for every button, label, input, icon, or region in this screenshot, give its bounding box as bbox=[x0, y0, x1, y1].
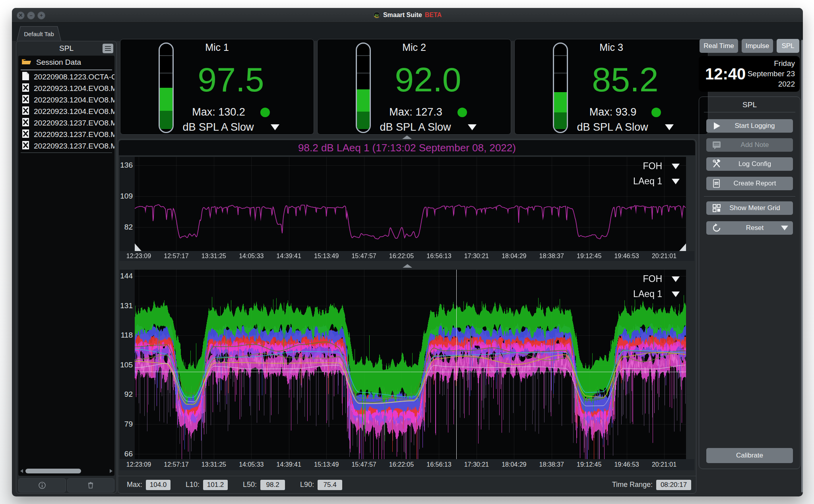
horizontal-scrollbar[interactable] bbox=[20, 468, 113, 474]
create-report-button[interactable]: PDFCreate Report bbox=[706, 177, 793, 190]
session-folder-row[interactable]: Session Data bbox=[18, 56, 114, 69]
time-range: Time Range: 08:20:17 bbox=[612, 476, 691, 493]
list-item[interactable]: 20220923.1237.EVO8.Mi bbox=[18, 129, 114, 140]
hamburger-menu-icon[interactable] bbox=[103, 44, 113, 53]
document-x-icon bbox=[22, 106, 29, 117]
file-name: 20220923.1204.EVO8.Mi bbox=[34, 84, 114, 93]
y-tick-label: 66 bbox=[124, 450, 133, 458]
start-logging-button[interactable]: Start Logging bbox=[706, 119, 793, 133]
x-tick-label: 18:04:29 bbox=[502, 461, 526, 468]
mode-button-real-time[interactable]: Real Time bbox=[700, 39, 738, 53]
chart1-metric-dropdown[interactable]: LAeq 1 bbox=[633, 176, 680, 187]
x-tick-label: 16:22:05 bbox=[389, 461, 414, 468]
x-tick-label: 19:46:53 bbox=[614, 253, 639, 260]
x-tick-label: 16:56:13 bbox=[426, 461, 451, 468]
chart2-metric-dropdown[interactable]: LAeq 1 bbox=[633, 289, 680, 299]
divider bbox=[704, 196, 795, 197]
document-icon bbox=[22, 71, 29, 82]
file-name: 20220923.1204.EVO8.Mi bbox=[34, 107, 114, 116]
x-tick-label: 12:23:09 bbox=[126, 461, 151, 468]
delete-button[interactable] bbox=[67, 478, 115, 492]
status-led bbox=[260, 108, 270, 117]
list-item[interactable]: 20220923.1204.EVO8.Mi bbox=[18, 106, 114, 117]
scroll-right-icon[interactable] bbox=[110, 469, 112, 473]
chart1-source-dropdown[interactable]: FOH bbox=[643, 161, 680, 172]
divider bbox=[704, 112, 795, 112]
meter-mode-dropdown[interactable]: dB SPL A Slow bbox=[543, 121, 708, 133]
meter-mode-dropdown[interactable]: dB SPL A Slow bbox=[148, 121, 314, 133]
folder-label: Session Data bbox=[36, 58, 81, 67]
document-x-icon bbox=[22, 83, 29, 94]
stat-value: 75.4 bbox=[318, 480, 342, 490]
y-tick-label: 118 bbox=[121, 331, 133, 340]
show-meter-grid-button[interactable]: Show Meter Grid bbox=[706, 201, 793, 215]
tab-label: Default Tab bbox=[17, 27, 61, 41]
spl-value: 92.0 bbox=[345, 60, 511, 99]
x-tick-label: 13:31:25 bbox=[202, 253, 226, 260]
svg-text:SV: SV bbox=[375, 14, 379, 17]
chart2-plot[interactable]: FOH LAeq 1 bbox=[135, 270, 686, 459]
spl-control-group: SPL Start LoggingAdd NoteLog ConfigPDFCr… bbox=[699, 97, 800, 469]
mic-title: Mic 1 bbox=[120, 42, 314, 53]
document-x-icon bbox=[22, 118, 29, 128]
beta-badge: BETA bbox=[425, 12, 442, 19]
time-range-value: 08:20:17 bbox=[656, 480, 691, 490]
meter-mode-dropdown[interactable]: dB SPL A Slow bbox=[345, 121, 511, 133]
chart-area-panel: 98.2 dB LAeq 1 (17:13:02 September 08, 2… bbox=[118, 139, 696, 494]
scroll-left-icon[interactable] bbox=[20, 469, 23, 473]
chevron-down-icon bbox=[271, 124, 279, 130]
max-value-row: Max: 130.2 bbox=[148, 106, 314, 118]
list-item[interactable]: 20220923.1237.EVO8.Mi bbox=[18, 117, 114, 129]
x-tick-label: 18:38:37 bbox=[539, 253, 564, 260]
list-item[interactable]: 20220923.1237.EVO8.Mi bbox=[18, 140, 114, 152]
log-config-button[interactable]: Log Config bbox=[706, 157, 793, 171]
app-window: ✕ – + SV Smaart Suite BETA Default Tab S… bbox=[12, 8, 803, 496]
x-tick-label: 20:21:01 bbox=[652, 253, 676, 260]
x-tick-label: 12:57:17 bbox=[164, 461, 188, 468]
scrollbar-thumb[interactable] bbox=[25, 469, 81, 473]
chart1-plot[interactable]: FOH LAeq 1 bbox=[135, 157, 686, 251]
tab-default[interactable]: Default Tab bbox=[17, 26, 61, 41]
status-led bbox=[651, 108, 661, 117]
info-button[interactable] bbox=[18, 478, 66, 492]
panel-resize-handle-top[interactable] bbox=[402, 135, 412, 139]
chart-bottom-block: 144131118105927966 FOH LAeq 1 12:23:0912… bbox=[120, 270, 694, 470]
x-tick-label: 12:23:09 bbox=[126, 253, 151, 260]
list-item[interactable]: 20220923.1204.EVO8.Mi bbox=[18, 94, 114, 106]
mode-button-impulse[interactable]: Impulse bbox=[742, 39, 773, 53]
x-tick-label: 18:38:37 bbox=[539, 461, 564, 468]
trash-icon bbox=[87, 481, 95, 489]
x-tick-label: 20:21:01 bbox=[652, 461, 676, 468]
y-tick-label: 79 bbox=[124, 420, 133, 429]
chart-top-block: 13610982 FOH LAeq 1 12:23:0912:57:1713:3… bbox=[120, 157, 694, 261]
mode-buttons: Real TimeImpulseSPL bbox=[700, 39, 800, 53]
add-note-button[interactable]: Add Note bbox=[706, 138, 793, 152]
stat-item: L10:101.2 bbox=[186, 480, 228, 490]
sidebar-title: SPL bbox=[16, 44, 116, 53]
chart2-x-axis: 12:23:0912:57:1713:31:2514:05:3314:39:41… bbox=[120, 459, 694, 470]
y-tick-label: 144 bbox=[120, 272, 133, 280]
y-tick-label: 105 bbox=[120, 361, 133, 369]
stat-value: 98.2 bbox=[260, 480, 285, 490]
y-tick-label: 82 bbox=[124, 223, 133, 232]
x-tick-label: 18:04:29 bbox=[502, 253, 526, 260]
stat-value: 104.0 bbox=[146, 480, 171, 490]
chevron-down-icon bbox=[468, 124, 477, 130]
list-item[interactable]: 20220923.1204.EVO8.Mi bbox=[18, 83, 114, 94]
panel-resize-handle-mid[interactable] bbox=[403, 264, 412, 268]
chart2-y-axis: 144131118105927966 bbox=[120, 270, 135, 459]
tab-strip: Default Tab bbox=[12, 23, 803, 41]
file-name: 20220923.1204.EVO8.Mi bbox=[34, 96, 114, 104]
x-tick-label: 16:56:13 bbox=[426, 253, 451, 260]
chart2-source-dropdown[interactable]: FOH bbox=[643, 274, 680, 284]
reset-button[interactable]: Reset bbox=[706, 221, 793, 235]
sidebar-panel: SPL Session Data20220908.1223.OCTA-CA202… bbox=[16, 41, 117, 494]
file-name: 20220923.1237.EVO8.Mi bbox=[34, 119, 114, 127]
chevron-down-icon bbox=[672, 179, 680, 184]
stat-item: Max:104.0 bbox=[127, 480, 171, 490]
file-name: 20220923.1237.EVO8.Mi bbox=[34, 142, 114, 151]
calibrate-button[interactable]: Calibrate bbox=[706, 448, 793, 463]
right-scrollbar[interactable] bbox=[801, 40, 803, 492]
list-item[interactable]: 20220908.1223.OCTA-CA bbox=[18, 71, 114, 83]
mode-button-spl[interactable]: SPL bbox=[777, 39, 799, 53]
